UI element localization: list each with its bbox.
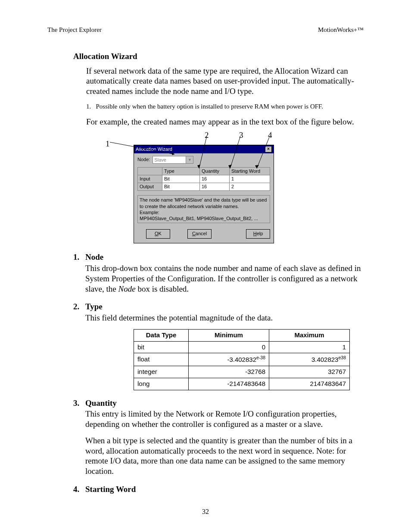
cancel-button[interactable]: Cancel — [187, 229, 212, 239]
dialog-title: Allocation Wizard — [136, 146, 172, 152]
dialog-titlebar: Allocation Wizard × — [134, 145, 274, 153]
table-cell: integer — [134, 366, 189, 378]
page-number: 32 — [47, 507, 364, 516]
chevron-down-icon[interactable]: ▼ — [186, 156, 193, 164]
table-header: Minimum — [189, 329, 269, 341]
hint-line: Example: — [140, 209, 268, 215]
node-value — [153, 156, 186, 164]
item-quantity: 3.Quantity This entry is limited by the … — [73, 398, 364, 476]
item-number: 3. — [73, 398, 85, 408]
table-row: long -2147483648 2147483647 — [134, 378, 350, 390]
example-lead: For example, the created names may appea… — [86, 117, 364, 127]
table-cell: long — [134, 378, 189, 390]
item-text: This drop-down box contains the node num… — [85, 263, 364, 294]
table-cell: -32768 — [189, 366, 269, 378]
callout-2: 2 — [205, 130, 209, 140]
grid-row-label: Input — [138, 175, 162, 183]
grid-cell[interactable]: Bit — [162, 183, 200, 191]
grid-cell[interactable]: Bit — [162, 175, 200, 183]
grid-row-label: Output — [138, 183, 162, 191]
item-starting-word: 4.Starting Word — [73, 484, 364, 495]
table-cell: 1 — [269, 341, 350, 353]
table-cell: 2147483647 — [269, 378, 350, 390]
table-header: Data Type — [134, 329, 189, 341]
table-row: integer -32768 32767 — [134, 366, 350, 378]
item-type: 2.Type This field determines the potenti… — [73, 302, 364, 390]
text-italic: Node — [118, 284, 136, 293]
callout-1: 1 — [106, 139, 110, 149]
callout-row: 1 2 3 4 — [86, 133, 364, 145]
callout-4: 4 — [268, 130, 272, 140]
text-run: box is disabled. — [136, 284, 189, 293]
header-right: MotionWorks+™ — [318, 26, 364, 34]
grid-header-type: Type — [162, 168, 200, 175]
hint-line: MP940Slave_Output_Bit1, MP940Slave_Outpu… — [140, 215, 268, 221]
grid-header-starting-word: Starting Word — [230, 168, 270, 175]
section-title: Allocation Wizard — [73, 51, 364, 62]
table-cell: -2147483648 — [189, 378, 269, 390]
help-button[interactable]: Help — [246, 229, 270, 239]
node-dropdown[interactable]: ▼ — [153, 156, 193, 164]
footnote-number: 1. — [86, 103, 91, 110]
callout-3: 3 — [239, 130, 243, 140]
item-node: 1.Node This drop-down box contains the n… — [73, 252, 364, 294]
allocation-grid: Type Quantity Starting Word Input Bit 16… — [137, 167, 270, 191]
table-cell: bit — [134, 341, 189, 353]
close-icon[interactable]: × — [265, 146, 272, 152]
header-left: The Project Explorer — [47, 26, 102, 34]
table-cell: 32767 — [269, 366, 350, 378]
item-number: 4. — [73, 484, 85, 495]
item-text: This entry is limited by the Network or … — [85, 409, 364, 429]
allocation-wizard-dialog: Allocation Wizard × Node: ▼ Type Quantit… — [134, 145, 274, 243]
table-cell: float — [134, 353, 189, 366]
node-label: Node: — [137, 157, 150, 163]
item-title: Starting Word — [85, 485, 136, 494]
hint-line: The node name 'MP940Slave' and the data … — [140, 197, 268, 203]
intro-para: If several network data of the same type… — [86, 66, 364, 96]
grid-cell[interactable]: 1 — [230, 175, 270, 183]
grid-row-input: Input Bit 16 1 — [138, 175, 270, 183]
footnote: 1. Possible only when the battery option… — [86, 103, 364, 111]
item-text: This field determines the potential magn… — [85, 313, 364, 323]
table-cell: 3.402823e38 — [269, 353, 350, 366]
grid-row-output: Output Bit 16 2 — [138, 183, 270, 191]
item-text: When a bit type is selected and the quan… — [85, 436, 364, 476]
item-title: Quantity — [85, 398, 117, 408]
item-title: Type — [85, 302, 103, 311]
table-cell: -3.402832e-38 — [189, 353, 269, 366]
footnote-text: Possible only when the battery option is… — [96, 103, 324, 110]
table-cell: 0 — [189, 341, 269, 353]
data-type-table: Data Type Minimum Maximum bit 0 1 float … — [134, 329, 350, 390]
item-title: Node — [85, 252, 103, 261]
table-header: Maximum — [269, 329, 350, 341]
grid-cell[interactable]: 16 — [200, 183, 230, 191]
grid-cell[interactable]: 16 — [200, 175, 230, 183]
table-row: bit 0 1 — [134, 341, 350, 353]
item-number: 2. — [73, 302, 85, 312]
grid-header-blank — [138, 168, 162, 175]
hint-box: The node name 'MP940Slave' and the data … — [137, 195, 270, 223]
item-number: 1. — [73, 252, 85, 262]
hint-line: to create the allocated network variable… — [140, 203, 268, 209]
ok-button[interactable]: OK — [146, 229, 170, 239]
grid-header-quantity: Quantity — [200, 168, 230, 175]
grid-cell[interactable]: 2 — [230, 183, 270, 191]
table-row: float -3.402832e-38 3.402823e38 — [134, 353, 350, 366]
